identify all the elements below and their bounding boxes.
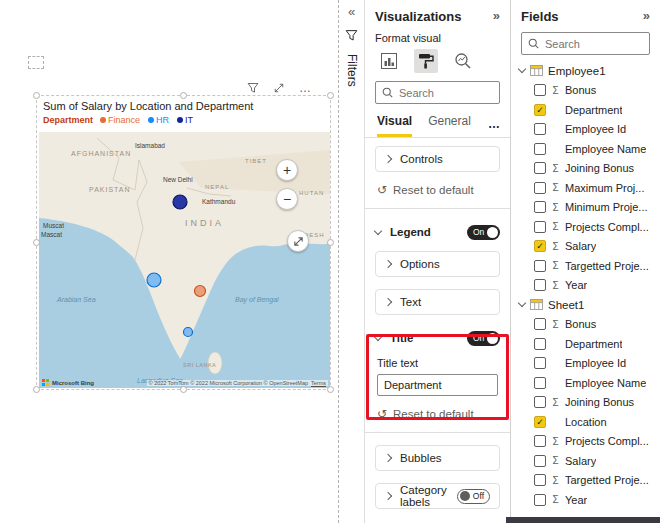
bottom-scrollbar[interactable] (506, 517, 660, 523)
field-row[interactable]: ΣMinimum Proje... (511, 198, 660, 218)
field-row[interactable]: ΣBonus (511, 81, 660, 101)
format-search-box[interactable] (375, 81, 500, 104)
field-row[interactable]: ΣTargetted Proje... (511, 471, 660, 491)
legend-toggle[interactable]: On (467, 225, 500, 240)
build-visual-icon[interactable] (377, 49, 401, 73)
format-visual-icon[interactable] (414, 49, 438, 73)
selection-handle[interactable] (327, 386, 334, 393)
expand-filters-icon[interactable]: « (348, 4, 355, 20)
field-row[interactable]: ΣYear (511, 276, 660, 296)
field-checkbox[interactable]: ✓ (534, 104, 546, 116)
card-text[interactable]: Text (375, 289, 500, 315)
title-toggle[interactable]: On (467, 331, 500, 346)
fields-search-box[interactable] (521, 32, 650, 55)
focus-mode-icon[interactable] (272, 81, 286, 95)
field-checkbox[interactable] (534, 143, 546, 155)
map-bubble[interactable] (195, 286, 206, 297)
title-text-input[interactable] (377, 374, 498, 396)
card-bubbles[interactable]: Bubbles (375, 445, 500, 471)
selection-handle[interactable] (33, 92, 40, 99)
card-options[interactable]: Options (375, 251, 500, 277)
selection-handle[interactable] (180, 386, 187, 393)
field-row[interactable]: ΣSalary (511, 451, 660, 471)
legend-item[interactable]: IT (177, 115, 193, 125)
card-title-header[interactable]: Title On (375, 327, 500, 349)
field-row[interactable]: ΣJoining Bonus (511, 393, 660, 413)
field-row[interactable]: Employee Name (511, 139, 660, 159)
field-checkbox[interactable] (534, 279, 546, 291)
field-row[interactable]: ΣBonus (511, 315, 660, 335)
field-checkbox[interactable] (534, 455, 546, 467)
field-row[interactable]: ΣProjects Compl... (511, 217, 660, 237)
more-options-icon[interactable]: … (298, 81, 312, 95)
field-row[interactable]: ΣYear (511, 490, 660, 510)
card-controls[interactable]: Controls (375, 146, 500, 172)
field-row[interactable]: Department (511, 334, 660, 354)
field-row[interactable]: ✓ΣSalary (511, 237, 660, 257)
category-labels-toggle[interactable]: Off (457, 489, 490, 504)
visual-filter-icon[interactable] (246, 81, 260, 95)
legend-item[interactable]: HR (148, 115, 169, 125)
map-visual[interactable]: AFGHANISTANIslamabadTIBETPAKISTANNew Del… (39, 132, 330, 388)
field-checkbox[interactable] (534, 260, 546, 272)
field-row[interactable]: Employee Id (511, 354, 660, 374)
field-row[interactable]: ΣMaximum Proj... (511, 178, 660, 198)
map-bubble[interactable] (184, 328, 193, 337)
field-checkbox[interactable] (534, 377, 546, 389)
selection-handle[interactable] (180, 92, 187, 99)
field-row[interactable]: ✓Location (511, 412, 660, 432)
chevron-down-icon[interactable] (518, 299, 526, 307)
tabs-more-icon[interactable]: … (488, 117, 500, 137)
terms-link[interactable]: Terms (311, 380, 326, 386)
selection-handle[interactable] (327, 239, 334, 246)
analytics-icon[interactable] (451, 49, 475, 73)
reset-to-default-link[interactable]: ↺ Reset to default (377, 184, 500, 196)
map-bubble[interactable] (147, 273, 161, 287)
table-row-employee1[interactable]: Employee1 (511, 61, 660, 81)
field-checkbox[interactable] (534, 474, 546, 486)
zoom-out-button[interactable]: − (276, 188, 298, 210)
card-legend-header[interactable]: Legend On (375, 221, 500, 243)
field-checkbox[interactable] (534, 162, 546, 174)
field-row[interactable]: ΣProjects Compl... (511, 432, 660, 452)
selection-handle[interactable] (33, 239, 40, 246)
field-checkbox[interactable] (534, 221, 546, 233)
map-bubble[interactable] (173, 195, 187, 209)
field-checkbox[interactable] (534, 123, 546, 135)
filters-pane-collapsed[interactable]: « Filters (339, 0, 365, 523)
map-pan-button[interactable] (287, 230, 309, 252)
zoom-in-button[interactable]: + (276, 159, 298, 181)
filters-funnel-icon[interactable] (345, 28, 358, 46)
field-checkbox[interactable] (534, 182, 546, 194)
field-row[interactable]: Employee Id (511, 120, 660, 140)
tab-visual[interactable]: Visual (377, 114, 412, 137)
collapse-visualizations-icon[interactable]: » (493, 8, 500, 24)
field-checkbox[interactable] (534, 338, 546, 350)
field-checkbox[interactable] (534, 396, 546, 408)
table-row-sheet1[interactable]: Sheet1 (511, 295, 660, 315)
field-row[interactable]: ΣTargetted Proje... (511, 256, 660, 276)
selection-handle[interactable] (33, 386, 40, 393)
legend-item[interactable]: Finance (100, 115, 140, 125)
field-row[interactable]: ΣJoining Bonus (511, 159, 660, 179)
reset-to-default-link[interactable]: ↺ Reset to default (377, 408, 500, 420)
map-visual-container[interactable]: Sum of Salary by Location and Department… (36, 95, 331, 390)
collapse-fields-icon[interactable]: » (643, 8, 650, 24)
selection-handle[interactable] (327, 92, 334, 99)
field-checkbox[interactable] (534, 201, 546, 213)
field-checkbox[interactable] (534, 357, 546, 369)
fields-search-input[interactable] (545, 38, 643, 50)
field-checkbox[interactable]: ✓ (534, 240, 546, 252)
field-checkbox[interactable]: ✓ (534, 416, 546, 428)
field-row[interactable]: ✓Department (511, 100, 660, 120)
field-checkbox[interactable] (534, 84, 546, 96)
report-canvas[interactable]: … Sum of Salary by Location and Departme… (0, 0, 339, 523)
field-checkbox[interactable] (534, 435, 546, 447)
format-search-input[interactable] (399, 87, 493, 99)
card-category-labels[interactable]: Category labels Off (375, 483, 500, 509)
field-checkbox[interactable] (534, 318, 546, 330)
field-checkbox[interactable] (534, 494, 546, 506)
tab-general[interactable]: General (428, 114, 471, 137)
chevron-down-icon[interactable] (518, 65, 526, 73)
field-row[interactable]: Employee Name (511, 373, 660, 393)
